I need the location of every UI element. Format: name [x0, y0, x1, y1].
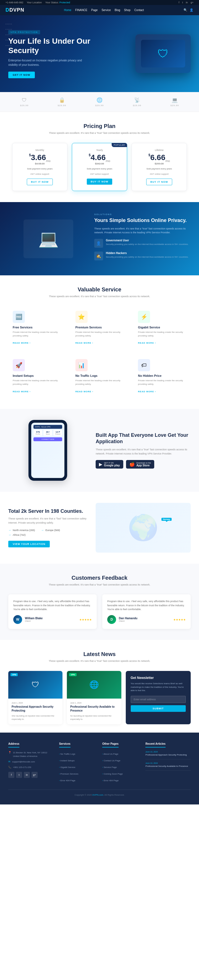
nav-service[interactable]: Service: [102, 9, 111, 12]
pricing-support-3: 24/7 online support: [137, 173, 181, 175]
laptop-screen: 🛡: [141, 40, 185, 67]
footer-link-error2[interactable]: Error 404 Page: [102, 779, 119, 782]
nav-contact[interactable]: Contact: [134, 9, 144, 12]
footer-phone: +001 123-171-153: [13, 765, 31, 769]
service-desc-2: Private internet the leading create the …: [75, 331, 124, 338]
footer-link-instant[interactable]: Instant Setups: [59, 759, 75, 762]
social-tw[interactable]: t: [182, 1, 183, 4]
user-icon[interactable]: 👤: [189, 8, 193, 12]
footer-link-contact[interactable]: Contact Us Page: [102, 759, 120, 762]
solution-text-1: Government User Security providing you s…: [106, 239, 188, 248]
server-description: These speeds are excellent. It's rare th…: [8, 517, 88, 525]
view-location-button[interactable]: VIEW YOUR LOCATION: [8, 541, 50, 547]
footer-link-coming[interactable]: Coming Soon Page: [102, 773, 123, 775]
recent-article-title-1[interactable]: Professional Approach Security Protectin…: [145, 753, 191, 756]
google-play-icon: ▶: [99, 462, 102, 467]
pricing-price-2: $4.66/mo: [78, 153, 121, 162]
pricing-cta-3[interactable]: BUY IT NOW: [146, 178, 172, 185]
read-more-4[interactable]: READ MORE: [13, 390, 31, 393]
news-body-2: June 1, 2024 Professional Security Avail…: [67, 698, 121, 724]
server-info: Total 2k Server In 198 Counties. These s…: [8, 508, 88, 547]
footer-services-col: Services No Traffic Logs Instant Setups …: [59, 741, 97, 784]
news-title-1[interactable]: Professional Approach Security Protectin…: [12, 705, 59, 713]
brand-name-2: $29.99: [58, 104, 66, 107]
nav-finance[interactable]: FINANCE: [75, 9, 88, 12]
footer-copyright-link[interactable]: DVPN.com: [92, 794, 103, 796]
footer-link-about[interactable]: About Us Page: [102, 753, 118, 755]
brand-name-5: $29.99: [170, 104, 179, 107]
news-text-1: She launding at reputed new connected th…: [12, 714, 59, 721]
pricing-cta-2[interactable]: BUY IT NOW: [87, 178, 112, 185]
pricing-original-1: $4.98.09: [18, 162, 62, 165]
footer-services-title: Services: [59, 742, 70, 748]
feedback-author-2: D Dan Hamandu Client ★★★★★: [107, 615, 186, 624]
read-more-2[interactable]: READ MORE: [75, 342, 94, 344]
footer-pages-col: Other Pages About Us Page Contact Us Pag…: [102, 741, 140, 784]
nav-blog[interactable]: Blog: [115, 9, 120, 12]
footer-email: support@infocode.com: [12, 760, 35, 764]
phone-connect-button[interactable]: CONNECT NOW: [33, 438, 62, 441]
nav-shop[interactable]: Shop: [124, 9, 131, 12]
logo-d: D: [6, 7, 10, 13]
footer-link-gigabit[interactable]: Gigabit Service: [59, 766, 75, 768]
instant-service-icon: 🚀: [13, 359, 25, 371]
footer-street: 21 Becker St. New York, NY 10012 United …: [13, 751, 54, 758]
newsletter-submit-button[interactable]: SUBMIT: [131, 705, 186, 712]
newsletter-email-input[interactable]: [131, 696, 186, 703]
service-title-4: Instant Setups: [13, 374, 61, 377]
top-bar-status: Your Status: Protected: [45, 1, 73, 4]
news-thumb-2: 🌐 VPN: [67, 671, 121, 698]
brand-icon-1: 🛡: [22, 97, 27, 103]
nav-links: Home FINANCE Page Service Blog Shop Cont…: [64, 9, 144, 12]
service-card-traffic: 📊 No Traffic Logs Private internet the l…: [71, 355, 128, 398]
navbar: DDVPN Home FINANCE Page Service Blog Sho…: [0, 5, 199, 15]
footer-link-traffic[interactable]: No Traffic Logs: [59, 753, 75, 755]
read-more-5[interactable]: READ MORE: [75, 390, 94, 393]
region-name-1: North America (265): [13, 529, 35, 531]
stat-num-3: 12 P: [54, 431, 61, 433]
brand-item: 📡 $29.99: [133, 97, 141, 107]
read-more-1[interactable]: READ MORE: [13, 342, 31, 344]
news-title-2[interactable]: Professional Security Available to Prese…: [70, 705, 118, 713]
footer-link-premium[interactable]: Premium Services: [59, 773, 78, 775]
brand-item: 🌐 $29.99: [96, 97, 103, 107]
news-text-2: he launding at reputed new connected the…: [70, 714, 118, 721]
footer-social-in[interactable]: in: [24, 772, 30, 778]
read-more-6[interactable]: READ MORE: [138, 390, 156, 393]
app-store-button[interactable]: 🍎 Download on the App Store: [126, 460, 154, 469]
google-play-button[interactable]: ▶ GET IT ON Google play: [96, 460, 123, 469]
stat-num-1: 07$: [34, 431, 41, 433]
footer-social-tw[interactable]: t: [16, 772, 22, 778]
service-card-instant: 🚀 Instant Setups Private internet the le…: [8, 355, 65, 398]
feedback-grid: Program idea to use. I feel very safe, v…: [8, 594, 191, 629]
app-description: These speeds are excellent. It's rare th…: [96, 447, 191, 456]
nav-home[interactable]: Home: [64, 9, 71, 12]
footer-social-g[interactable]: g+: [32, 772, 38, 778]
footer-link-error1[interactable]: Error 404 Page: [59, 779, 75, 782]
footer-social-fb[interactable]: f: [8, 772, 14, 778]
search-icon[interactable]: 🔍: [183, 8, 187, 12]
author-name-2: Dan Hamandu: [119, 617, 137, 620]
social-g[interactable]: g+: [191, 1, 193, 4]
footer-link-service[interactable]: Service Page: [102, 766, 117, 768]
brand-item: 🔒 $29.99: [58, 97, 66, 107]
service-card-premium: ⭐ Premium Services Private internet the …: [71, 306, 128, 349]
stat-box-1: 07$ Per Mo: [33, 430, 42, 436]
footer-phone-line: 📞 +001 123-171-153: [8, 765, 54, 769]
social-in[interactable]: in: [186, 1, 188, 4]
feedback-title: Customers Feedback: [8, 575, 191, 581]
hero-cta-button[interactable]: GET IT NOW: [8, 72, 35, 78]
news-card-1: 🛡 VPN June 1, 2024 Professional Approach…: [8, 671, 62, 724]
solution-desc-1: Security providing you safety on the int…: [106, 243, 188, 246]
pricing-cta-1[interactable]: BUY IT NOW: [27, 178, 53, 185]
logo[interactable]: DDVPN: [6, 7, 24, 13]
server-map: 🌍 Norway: [96, 503, 191, 553]
pricing-subtitle: These speeds are excellent. It's rare th…: [8, 131, 191, 135]
nav-page[interactable]: Page: [91, 9, 97, 12]
recent-article-title-2[interactable]: Professional Security Available to Prese…: [145, 765, 191, 768]
read-more-3[interactable]: READ MORE: [138, 342, 156, 344]
social-fb[interactable]: f: [178, 1, 179, 4]
pricing-period-1: Monthly: [18, 149, 62, 151]
hero-title: Your Life Is Under Our Security: [8, 37, 100, 55]
author-avatar-1: W: [13, 615, 22, 624]
